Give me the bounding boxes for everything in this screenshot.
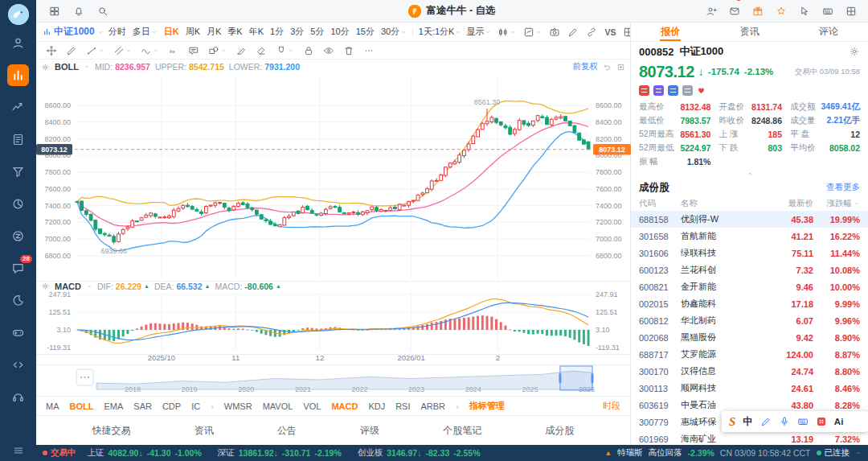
custom-period-button[interactable]: 1天:1分K bbox=[419, 26, 462, 38]
draw-tool-lock[interactable] bbox=[303, 45, 314, 56]
connection-status[interactable]: 已连接 bbox=[817, 447, 850, 459]
chart-region[interactable]: 8600.008600.008400.008400.008200.008200.… bbox=[36, 60, 630, 396]
ime-handwriting-icon[interactable] bbox=[760, 416, 772, 427]
indicator-tab-VOL[interactable]: VOL bbox=[303, 401, 321, 411]
draw-tool-brush[interactable] bbox=[235, 45, 247, 56]
draw-tool-eye[interactable] bbox=[323, 45, 334, 56]
sidebar-item-quant[interactable] bbox=[0, 284, 36, 316]
constituent-row-600821[interactable]: 600821金开新能9.4610.00% bbox=[631, 278, 868, 295]
chevron-down-icon[interactable] bbox=[86, 283, 92, 290]
period-季K[interactable]: 季K bbox=[227, 26, 242, 38]
screenshot-button[interactable] bbox=[549, 27, 560, 38]
indicator-tab-WMSR[interactable]: WMSR bbox=[224, 401, 252, 411]
chevron-right-icon[interactable]: › bbox=[211, 401, 214, 411]
period-年K[interactable]: 年K bbox=[249, 26, 264, 38]
draw-tool-pencil[interactable] bbox=[66, 45, 77, 56]
sidebar-item-messages[interactable]: 28 bbox=[0, 252, 36, 284]
undo-icon[interactable] bbox=[603, 63, 612, 72]
adjust-mode-button[interactable]: 前复权 bbox=[573, 61, 599, 72]
indicator-tab-MAVOL[interactable]: MAVOL bbox=[263, 401, 293, 411]
bottom-tab-评级[interactable]: 评级 bbox=[360, 424, 379, 438]
notification-bell-icon[interactable] bbox=[73, 6, 84, 17]
col-header-名称[interactable]: 名称 bbox=[681, 198, 767, 209]
boll-indicator-label[interactable]: BOLL bbox=[55, 62, 79, 72]
constituent-row-300113[interactable]: 300113顺网科技24.618.46% bbox=[631, 380, 868, 397]
index-上证[interactable]: 上证4082.90↓-41.30-1.00% bbox=[88, 447, 202, 459]
stock-settings-icon[interactable] bbox=[849, 46, 860, 57]
statusbar-expand-icon[interactable] bbox=[855, 450, 862, 456]
multi-chart-button[interactable] bbox=[623, 27, 630, 38]
macd-indicator-label[interactable]: MACD bbox=[55, 282, 81, 291]
constituent-row-301606[interactable]: 301606绿联科技75.1111.44% bbox=[631, 245, 868, 261]
indicator-tab-指标管理[interactable]: 指标管理 bbox=[469, 400, 505, 412]
sidebar-item-trends[interactable] bbox=[0, 91, 36, 123]
constituent-row-301658[interactable]: 301658首航新能41.2116.22% bbox=[631, 228, 868, 245]
period-15分[interactable]: 15分 bbox=[356, 26, 375, 38]
collapse-quote-icon[interactable] bbox=[747, 171, 753, 177]
gift-icon[interactable] bbox=[752, 6, 764, 17]
indicator-settings-icon[interactable] bbox=[41, 63, 50, 72]
indicator-tab-MACD[interactable]: MACD bbox=[331, 401, 358, 411]
sidebar-item-news-feed[interactable] bbox=[0, 123, 36, 155]
sidebar-item-market[interactable] bbox=[0, 59, 36, 91]
col-header-代码[interactable]: 代码 bbox=[639, 198, 681, 209]
search-icon[interactable] bbox=[97, 6, 108, 17]
period-30分[interactable]: 30分 bbox=[381, 26, 407, 38]
chevron-right-icon[interactable]: › bbox=[456, 401, 459, 411]
bottom-tab-快捷交易[interactable]: 快捷交易 bbox=[92, 424, 131, 438]
expand-pane-icon[interactable] bbox=[616, 63, 625, 72]
chevron-down-icon[interactable] bbox=[84, 64, 90, 70]
period-月K[interactable]: 月K bbox=[207, 26, 221, 38]
index-深证[interactable]: 深证13861.92↓-310.71-2.19% bbox=[218, 447, 342, 459]
symbol-selector[interactable]: 中证1000 bbox=[43, 25, 104, 39]
indicator-tab-KDJ[interactable]: KDJ bbox=[368, 401, 385, 411]
constituent-row-688158[interactable]: 688158优刻得-W45.3819.99% bbox=[631, 211, 868, 228]
sidebar-item-screener[interactable] bbox=[0, 155, 36, 187]
ime-ai-button[interactable]: Ai bbox=[834, 417, 844, 426]
constituent-row-601969[interactable]: 601969海南矿业13.197.32% bbox=[631, 430, 868, 445]
ime-language-toggle[interactable]: 中 bbox=[743, 415, 753, 429]
draw-tool-trash[interactable] bbox=[343, 45, 354, 56]
draw-tool-more[interactable] bbox=[363, 45, 375, 56]
rewards-icon[interactable] bbox=[776, 6, 787, 17]
display-menu-button[interactable]: 显示 bbox=[466, 26, 491, 38]
constituent-row-002015[interactable]: 002015协鑫能科17.189.99% bbox=[631, 295, 868, 312]
draw-tool-text[interactable]: Aa bbox=[168, 45, 179, 56]
index-创业板[interactable]: 创业板3146.97↓-82.33-2.55% bbox=[358, 447, 481, 459]
user-avatar[interactable] bbox=[8, 4, 29, 25]
sidebar-menu-icon[interactable] bbox=[13, 445, 24, 456]
hot-stock-name[interactable]: 特瑞斯 bbox=[617, 447, 643, 459]
ime-voice-icon[interactable] bbox=[779, 416, 790, 427]
shortcut-keyboard-icon[interactable] bbox=[822, 6, 833, 17]
bottom-tab-成分股[interactable]: 成分股 bbox=[545, 424, 574, 438]
draw-tool-channel[interactable] bbox=[113, 45, 132, 56]
quote-tab-评论[interactable]: 评论 bbox=[816, 23, 841, 41]
bottom-tab-公告[interactable]: 公告 bbox=[277, 424, 297, 438]
period-5分[interactable]: 5分 bbox=[310, 26, 324, 38]
add-friend-icon[interactable] bbox=[706, 6, 717, 17]
sidebar-item-support[interactable] bbox=[0, 381, 36, 413]
indicator-tab-SAR[interactable]: SAR bbox=[133, 401, 152, 411]
sidebar-item-community[interactable] bbox=[0, 220, 36, 252]
col-header-涨跌幅[interactable]: 涨跌幅 bbox=[813, 198, 860, 209]
constituent-row-002068[interactable]: 002068黑猫股份9.428.90% bbox=[631, 329, 868, 346]
apps-grid-icon[interactable] bbox=[49, 6, 60, 17]
messages-icon[interactable] bbox=[729, 6, 740, 17]
draw-tool-magnet[interactable] bbox=[276, 45, 294, 56]
sidebar-item-games[interactable] bbox=[0, 316, 36, 348]
indicator-tab-IC[interactable]: IC bbox=[191, 401, 200, 411]
indicator-tab-CDP[interactable]: CDP bbox=[162, 401, 181, 411]
period-10分[interactable]: 10分 bbox=[330, 26, 349, 38]
favorite-heart-icon[interactable] bbox=[697, 86, 706, 95]
sidebar-item-developer[interactable] bbox=[0, 348, 36, 381]
view-more-link[interactable]: 查看更多 bbox=[826, 182, 860, 193]
quote-tab-资讯[interactable]: 资讯 bbox=[736, 23, 762, 41]
sidebar-item-analysis[interactable] bbox=[0, 187, 36, 220]
session-button[interactable]: 时段 bbox=[603, 400, 620, 412]
bottom-tab-资讯[interactable]: 资讯 bbox=[194, 424, 214, 438]
indicator-tab-RSI[interactable]: RSI bbox=[395, 401, 410, 411]
period-1分[interactable]: 1分 bbox=[270, 26, 284, 38]
col-header-最新价[interactable]: 最新价 bbox=[767, 198, 813, 209]
constituent-row-600812[interactable]: 600812华北制药6.079.96% bbox=[631, 312, 868, 329]
indicator-tab-BOLL[interactable]: BOLL bbox=[70, 401, 94, 411]
